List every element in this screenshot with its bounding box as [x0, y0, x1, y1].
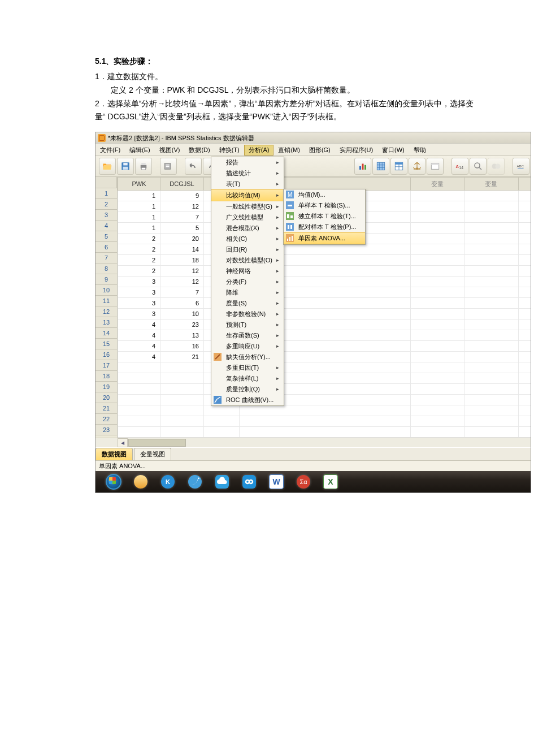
table-row[interactable]	[118, 373, 531, 384]
menu-scale[interactable]: 度量(S)▸	[211, 298, 284, 309]
menu-analyze[interactable]: 分析(A)	[244, 145, 274, 155]
row-number[interactable]: 10	[95, 285, 117, 296]
table-row[interactable]: 310	[118, 309, 531, 319]
analyze-dropdown[interactable]: 报告▸ 描述统计▸ 表(T)▸ 比较均值(M)▸ 一般线性模型(G)▸ 广义线性…	[211, 157, 284, 406]
search-button[interactable]	[470, 158, 487, 175]
submenu-one-sample-t[interactable]: 单样本 T 检验(S)...	[284, 200, 365, 211]
menu-window[interactable]: 窗口(W)	[377, 145, 409, 155]
menu-neural[interactable]: 神经网络▸	[211, 266, 284, 277]
menu-loglinear[interactable]: 对数线性模型(O)▸	[211, 255, 284, 266]
table-row[interactable]: 416	[118, 341, 531, 352]
row-number[interactable]: 18	[95, 371, 117, 382]
row-number[interactable]: 16	[95, 349, 117, 360]
taskbar-spss[interactable]: Σα	[291, 473, 316, 490]
weight-button[interactable]	[409, 158, 426, 175]
menu-forecast[interactable]: 预测(T)▸	[211, 319, 284, 330]
start-button[interactable]	[101, 473, 126, 490]
taskbar-app-bird[interactable]	[183, 473, 207, 490]
table-row[interactable]: 214	[118, 244, 531, 255]
row-number[interactable]: 20	[95, 392, 117, 403]
circles-button[interactable]	[488, 158, 505, 175]
scroll-left-arrow[interactable]: ◀	[118, 438, 128, 447]
table-row[interactable]: 36	[118, 298, 531, 309]
table-row[interactable]	[118, 427, 531, 438]
taskbar-app-infinity[interactable]	[237, 473, 262, 490]
print-button[interactable]	[135, 158, 152, 175]
row-number[interactable]: 19	[95, 382, 117, 392]
menu-descriptive[interactable]: 描述统计▸	[211, 168, 284, 179]
menu-regression[interactable]: 回归(R)▸	[211, 244, 284, 255]
taskbar-excel[interactable]: X	[318, 473, 343, 490]
table-row[interactable]: 312	[118, 277, 531, 287]
undo-button[interactable]	[185, 158, 202, 175]
row-number[interactable]: 6	[95, 242, 117, 253]
menu-complex-samples[interactable]: 复杂抽样(L)▸	[211, 373, 284, 384]
taskbar-explorer[interactable]	[128, 473, 153, 490]
menu-nonparametric[interactable]: 非参数检验(N)▸	[211, 309, 284, 319]
row-number[interactable]: 12	[95, 306, 117, 317]
menu-tables[interactable]: 表(T)▸	[211, 179, 284, 189]
menu-dimred[interactable]: 降维▸	[211, 287, 284, 298]
table-row[interactable]: 423	[118, 319, 531, 330]
recall-dialog-button[interactable]	[160, 158, 177, 175]
submenu-oneway-anova[interactable]: 单因素 ANOVA...	[284, 232, 365, 244]
row-number[interactable]: 13	[95, 317, 117, 328]
menu-edit[interactable]: 编辑(E)	[125, 145, 155, 155]
menu-reports[interactable]: 报告▸	[211, 157, 284, 168]
tab-data-view[interactable]: 数据视图	[95, 448, 133, 460]
row-number[interactable]: 22	[95, 414, 117, 425]
taskbar-app-k[interactable]: K	[155, 473, 180, 490]
row-number[interactable]: 15	[95, 339, 117, 349]
value-labels-button[interactable]	[427, 158, 444, 175]
save-button[interactable]	[117, 158, 134, 175]
row-number[interactable]: 8	[95, 263, 117, 274]
menu-quality[interactable]: 质量控制(Q)▸	[211, 384, 284, 395]
submenu-means[interactable]: M均值(M)...	[284, 189, 365, 200]
scroll-thumb[interactable]	[128, 439, 186, 447]
menu-utilities[interactable]: 实用程序(U)	[335, 145, 377, 155]
menu-mixed[interactable]: 混合模型(X)▸	[211, 223, 284, 234]
menu-transform[interactable]: 转换(T)	[215, 145, 244, 155]
row-number[interactable]: 5	[95, 231, 117, 242]
table-row[interactable]: 37	[118, 287, 531, 298]
menu-roc[interactable]: ROC 曲线图(V)...	[211, 395, 284, 405]
compare-means-submenu[interactable]: M均值(M)... 单样本 T 检验(S)... 独立样本 T 检验(T)...…	[283, 189, 366, 245]
variables-button[interactable]	[390, 158, 407, 175]
open-button[interactable]	[99, 158, 116, 175]
submenu-independent-t[interactable]: 独立样本 T 检验(T)...	[284, 211, 365, 222]
row-number[interactable]: 1	[95, 188, 117, 199]
abc-button[interactable]: ABC	[513, 158, 529, 175]
col-var[interactable]: 变量	[411, 178, 464, 191]
table-row[interactable]	[118, 416, 531, 427]
row-number[interactable]: 9	[95, 274, 117, 285]
menu-survival[interactable]: 生存函数(S)▸	[211, 330, 284, 341]
menu-glm[interactable]: 一般线性模型(G)▸	[211, 201, 284, 212]
menu-correlate[interactable]: 相关(C)▸	[211, 234, 284, 244]
row-number[interactable]: 11	[95, 296, 117, 306]
row-number[interactable]: 7	[95, 253, 117, 263]
row-number[interactable]: 23	[95, 425, 117, 435]
a14-button[interactable]: A14	[451, 158, 468, 175]
taskbar-app-cloud[interactable]	[210, 473, 235, 490]
table-row[interactable]	[118, 395, 531, 405]
col-var[interactable]: 变量	[518, 178, 531, 191]
table-row[interactable]: 421	[118, 352, 531, 362]
menu-gzlm[interactable]: 广义线性模型▸	[211, 212, 284, 223]
col-dcgjsl[interactable]: DCGJSL	[160, 178, 204, 191]
menu-view[interactable]: 视图(V)	[155, 145, 185, 155]
submenu-paired-t[interactable]: 配对样本 T 检验(P)...	[284, 222, 365, 232]
menu-missing[interactable]: 缺失值分析(Y)...	[211, 352, 284, 362]
menu-direct[interactable]: 直销(M)	[273, 145, 305, 155]
menu-data[interactable]: 数据(D)	[184, 145, 214, 155]
chart-button[interactable]	[354, 158, 371, 175]
table-row[interactable]	[118, 405, 531, 416]
row-number[interactable]: 21	[95, 403, 117, 414]
horizontal-scrollbar[interactable]: ◀	[95, 438, 531, 447]
menu-file[interactable]: 文件(F)	[95, 145, 125, 155]
taskbar-word[interactable]: W	[264, 473, 289, 490]
row-number[interactable]: 4	[95, 221, 117, 231]
table-row[interactable]: 218	[118, 255, 531, 266]
menu-multiple-response[interactable]: 多重响应(U)▸	[211, 341, 284, 352]
row-number[interactable]: 2	[95, 199, 117, 210]
table-row[interactable]: 212	[118, 266, 531, 277]
